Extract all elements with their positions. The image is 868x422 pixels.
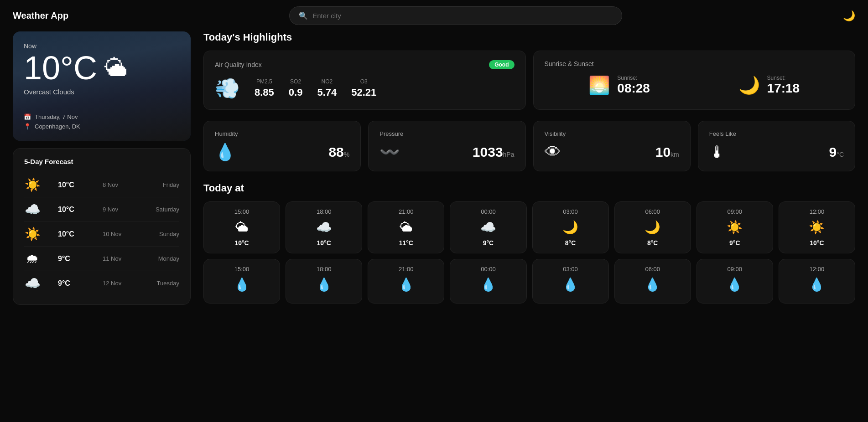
aqi-header: Air Quality Index Good	[215, 60, 515, 69]
current-temperature: 10°C	[24, 51, 97, 84]
hourly-time: 09:00	[728, 208, 743, 215]
forecast-day-date: 8 Nov	[103, 181, 130, 188]
forecast-row: ☀️ 10°C 8 Nov Friday	[24, 173, 179, 197]
feels-like-value: 9°C	[829, 144, 844, 160]
highlights-top-grid: Air Quality Index Good 💨 PM2.5 8.85 SO2 …	[203, 51, 855, 110]
humidity-content: 💧 88%	[215, 143, 349, 162]
current-meta: 📅 Thursday, 7 Nov 📍 Copenhagen, DK	[24, 113, 180, 130]
forecast-day-name: Saturday	[147, 206, 179, 213]
hourly-weather-icon: 💧	[480, 277, 496, 292]
left-panel: Now 10°C 🌥 Overcast Clouds 📅 Thursday, 7…	[13, 31, 191, 309]
forecast-title: 5-Day Forecast	[24, 158, 179, 165]
current-location-row: 📍 Copenhagen, DK	[24, 123, 180, 130]
hourly-card: 12:00 ☀️ 10°C	[779, 201, 855, 253]
hourly-temp: 9°C	[729, 239, 740, 247]
location-icon: 📍	[24, 123, 31, 130]
pressure-value: 1033hPa	[473, 144, 515, 160]
hourly-time: 15:00	[234, 266, 249, 273]
app-title: Weather App	[13, 10, 68, 21]
feels-like-unit: °C	[837, 151, 844, 158]
pressure-content: 〰️ 1033hPa	[379, 143, 514, 162]
hourly-weather-icon: 🌥	[400, 220, 412, 235]
visibility-card: Visibility 👁 10km	[533, 121, 691, 171]
sunrise-sunset-title: Sunrise & Sunset	[545, 60, 844, 67]
current-date: Thursday, 7 Nov	[35, 113, 78, 120]
sunset-icon: 🌙	[738, 75, 760, 95]
forecast-day-icon: ☁️	[24, 276, 41, 291]
forecast-card: 5-Day Forecast ☀️ 10°C 8 Nov Friday ☁️ 1…	[13, 148, 191, 305]
hourly-time: 06:00	[645, 266, 660, 273]
aqi-card: Air Quality Index Good 💨 PM2.5 8.85 SO2 …	[203, 51, 526, 110]
feels-like-number: 9	[829, 144, 837, 160]
hourly-temp: 10°C	[317, 239, 331, 247]
forecast-row: ☀️ 10°C 10 Nov Sunday	[24, 222, 179, 247]
forecast-list: ☀️ 10°C 8 Nov Friday ☁️ 10°C 9 Nov Satur…	[24, 173, 179, 295]
forecast-day-date: 9 Nov	[103, 206, 130, 213]
hourly-time: 12:00	[810, 208, 825, 215]
aqi-content: 💨 PM2.5 8.85 SO2 0.9 NO2 5.74 O3 52.21	[215, 77, 515, 100]
search-icon: 🔍	[299, 11, 308, 20]
hourly-card: 18:00 💧	[286, 259, 362, 304]
today-at-title: Today at	[203, 182, 855, 194]
hourly-card: 09:00 💧	[696, 259, 773, 304]
hourly-card: 15:00 🌥 10°C	[203, 201, 280, 253]
forecast-day-icon: 🌧	[24, 251, 41, 266]
forecast-day-icon: ☀️	[24, 226, 41, 242]
current-weather-icon: 🌥	[104, 54, 128, 82]
forecast-day-icon: ☁️	[24, 202, 41, 217]
search-input[interactable]	[312, 12, 613, 20]
search-bar[interactable]: 🔍	[289, 6, 622, 25]
small-highlights-grid: Humidity 💧 88% Pressure 〰️ 1033hPa	[203, 121, 855, 171]
current-date-row: 📅 Thursday, 7 Nov	[24, 113, 180, 120]
hourly-weather-icon: 💧	[316, 277, 332, 292]
aqi-metric-item: PM2.5 8.85	[255, 78, 274, 98]
humidity-unit: %	[344, 151, 349, 158]
hourly-card: 21:00 💧	[368, 259, 444, 304]
hourly-time: 18:00	[317, 266, 332, 273]
forecast-day-date: 12 Nov	[103, 280, 130, 287]
aqi-metric-label: SO2	[290, 78, 301, 85]
forecast-day-temp: 9°C	[58, 279, 85, 288]
aqi-metric-label: O3	[360, 78, 368, 85]
aqi-metric-item: SO2 0.9	[289, 78, 303, 98]
aqi-metric-value: 52.21	[351, 87, 376, 98]
hourly-weather-icon: ☁️	[480, 220, 496, 235]
current-weather-card: Now 10°C 🌥 Overcast Clouds 📅 Thursday, 7…	[13, 31, 191, 141]
forecast-day-date: 10 Nov	[103, 231, 130, 237]
feels-like-content: 🌡 9°C	[709, 143, 844, 162]
aqi-metric-value: 8.85	[255, 87, 274, 98]
hourly-card: 00:00 💧	[450, 259, 526, 304]
hourly-card: 18:00 ☁️ 10°C	[286, 201, 362, 253]
hourly-card: 06:00 🌙 8°C	[614, 201, 691, 253]
theme-toggle-button[interactable]: 🌙	[843, 10, 855, 22]
hourly-time: 21:00	[399, 266, 414, 273]
hourly-weather-icon: ☀️	[727, 220, 743, 235]
visibility-unit: km	[670, 151, 679, 158]
forecast-day-date: 11 Nov	[103, 255, 130, 262]
visibility-number: 10	[655, 144, 670, 160]
forecast-day-temp: 10°C	[58, 230, 85, 238]
visibility-title: Visibility	[545, 130, 679, 137]
hourly-card: 12:00 💧	[779, 259, 855, 304]
header: Weather App 🔍 🌙	[0, 0, 868, 31]
calendar-icon: 📅	[24, 113, 31, 120]
sunset-time: 17:18	[767, 81, 800, 96]
hourly-time: 12:00	[810, 266, 825, 273]
visibility-icon: 👁	[545, 143, 561, 162]
forecast-day-name: Tuesday	[147, 280, 179, 287]
hourly-weather-icon: 💧	[809, 277, 825, 292]
aqi-metric-value: 5.74	[317, 87, 337, 98]
hourly-temp: 11°C	[399, 239, 413, 247]
humidity-icon: 💧	[215, 143, 235, 162]
hourly-temp: 8°C	[647, 239, 658, 247]
hourly-weather-icon: 🌥	[235, 220, 248, 235]
hourly-time: 18:00	[317, 208, 332, 215]
pressure-title: Pressure	[379, 130, 514, 137]
forecast-day-icon: ☀️	[24, 177, 41, 192]
humidity-number: 88	[328, 144, 343, 160]
right-panel: Today's Highlights Air Quality Index Goo…	[203, 31, 855, 309]
sunrise-time: 08:28	[617, 81, 650, 96]
hourly-weather-icon: ☁️	[316, 220, 332, 235]
hourly-card: 21:00 🌥 11°C	[368, 201, 444, 253]
forecast-day-temp: 10°C	[58, 181, 85, 189]
